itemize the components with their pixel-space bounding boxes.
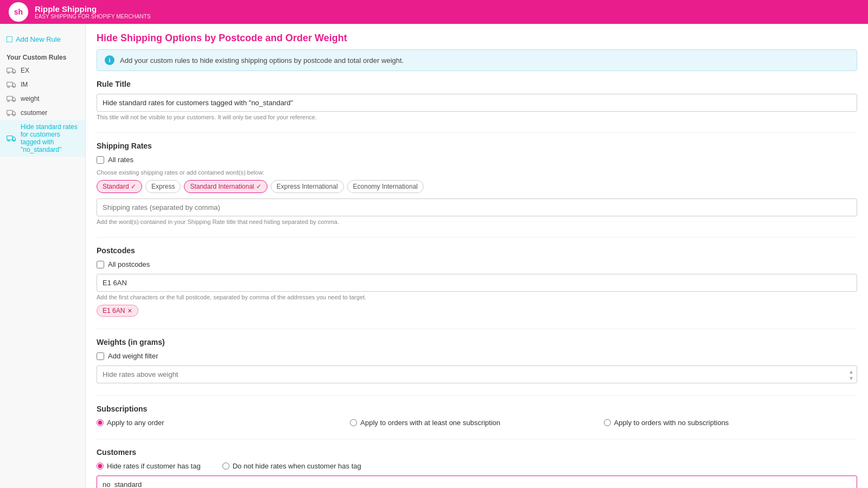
shipping-rates-label: Shipping Rates <box>97 142 857 150</box>
customer-radio-no-hide-if-tag[interactable] <box>222 463 229 470</box>
info-banner-text: Add your custom rules to hide existing s… <box>120 56 404 65</box>
subscriptions-section: Subscriptions Apply to any orderApply to… <box>97 404 857 427</box>
postcode-hint: Add the first characters or the full pos… <box>97 294 857 300</box>
subscription-option-no-subs[interactable]: Apply to orders with no subscriptions <box>604 419 841 427</box>
rate-tag-express[interactable]: Express <box>145 180 181 193</box>
weight-up-icon[interactable]: ▲ <box>848 368 854 374</box>
rate-tag-standard-intl[interactable]: Standard International ✓ <box>184 180 267 193</box>
shipping-rates-hint: Add the word(s) contained in your Shippi… <box>97 219 857 225</box>
info-banner: i Add your custom rules to hide existing… <box>97 49 857 71</box>
app-branding: Ripple Shipping EASY SHIPPING FOR SHOPIF… <box>35 4 151 20</box>
sidebar-item-label-weight: weight <box>21 95 40 102</box>
subscriptions-label: Subscriptions <box>97 404 857 413</box>
customer-option-hide-if-tag[interactable]: Hide rates if customer has tag <box>97 462 201 470</box>
sidebar: □ Add New Rule Your Custom Rules EX IM w… <box>0 24 86 488</box>
sidebar-item-hide-standard[interactable]: Hide standard rates for customers tagged… <box>0 120 85 157</box>
rule-title-label: Rule Title <box>97 80 857 88</box>
weight-filter-label: Add weight filter <box>108 352 158 360</box>
svg-rect-0 <box>7 68 13 73</box>
sidebar-item-weight[interactable]: weight <box>0 92 85 106</box>
logo-icon: sh <box>9 2 28 22</box>
svg-point-10 <box>8 114 9 116</box>
sidebar-items-container: EX IM weight csutomer Hide standard rate… <box>0 63 85 157</box>
all-rates-checkbox[interactable] <box>97 156 104 164</box>
svg-point-7 <box>8 100 9 102</box>
svg-point-8 <box>13 100 15 102</box>
subscription-option-any[interactable]: Apply to any order <box>97 419 334 427</box>
all-postcodes-row: All postcodes <box>97 260 857 268</box>
all-postcodes-checkbox[interactable] <box>97 261 104 268</box>
svg-point-1 <box>8 72 9 74</box>
all-rates-label: All rates <box>108 156 133 164</box>
sidebar-item-ex[interactable]: EX <box>0 63 85 78</box>
rate-tags-container: Standard ✓ExpressStandard International … <box>97 180 857 193</box>
postcodes-label: Postcodes <box>97 246 857 255</box>
svg-rect-6 <box>7 97 13 101</box>
svg-point-11 <box>13 114 15 116</box>
customer-option-no-hide-if-tag[interactable]: Do not hide rates when customer has tag <box>222 462 361 470</box>
svg-point-2 <box>13 72 15 74</box>
sidebar-item-label-ex: EX <box>21 67 29 74</box>
customers-label: Customers <box>97 448 857 457</box>
svg-point-14 <box>13 140 15 142</box>
customers-section: Customers Hide rates if customer has tag… <box>97 448 857 488</box>
app-subtitle: EASY SHIPPING FOR SHOPIFY MERCHANTS <box>35 14 151 20</box>
svg-point-5 <box>13 86 15 88</box>
weight-input[interactable] <box>97 365 857 383</box>
rule-title-input[interactable] <box>97 94 857 112</box>
subscription-option-at-least-one[interactable]: Apply to orders with at least one subscr… <box>350 419 587 427</box>
weights-section: Weights (in grams) Add weight filter ▲ ▼ <box>97 338 857 383</box>
remove-postcode-chip[interactable]: × <box>127 307 132 314</box>
page-header: Hide Shipping Options by Postcode and Or… <box>86 24 868 49</box>
rate-tag-express-intl[interactable]: Express International <box>271 180 344 193</box>
svg-rect-3 <box>7 82 13 87</box>
weight-down-icon[interactable]: ▼ <box>848 375 854 381</box>
weights-label: Weights (in grams) <box>97 338 857 346</box>
customers-radio-group: Hide rates if customer has tagDo not hid… <box>97 462 857 470</box>
all-rates-row: All rates <box>97 156 857 164</box>
customer-radio-hide-if-tag[interactable] <box>97 463 104 470</box>
add-new-rule-button[interactable]: □ Add New Rule <box>0 29 85 49</box>
weight-spinner[interactable]: ▲ ▼ <box>848 368 854 381</box>
main-layout: □ Add New Rule Your Custom Rules EX IM w… <box>0 24 868 488</box>
svg-rect-9 <box>7 111 13 115</box>
weight-filter-checkbox[interactable] <box>97 352 104 360</box>
main-content: Hide Shipping Options by Postcode and Or… <box>86 24 868 488</box>
shipping-rates-section: Shipping Rates All rates Choose existing… <box>97 142 857 225</box>
svg-point-13 <box>8 140 9 142</box>
rate-tag-economy-intl[interactable]: Economy International <box>347 180 424 193</box>
add-weight-filter-row: Add weight filter <box>97 352 857 360</box>
info-icon: i <box>105 55 114 65</box>
rule-title-section: Rule Title This title will not be visibl… <box>97 80 857 120</box>
svg-point-4 <box>8 86 9 88</box>
choose-hint: Choose existing shipping rates or add co… <box>97 169 857 176</box>
sidebar-item-im[interactable]: IM <box>0 78 85 92</box>
sidebar-item-csutomer[interactable]: csutomer <box>0 106 85 120</box>
plus-icon: □ <box>7 34 12 45</box>
app-name: Ripple Shipping <box>35 4 151 14</box>
shipping-rates-input[interactable] <box>97 198 857 216</box>
customer-tag-input[interactable] <box>97 476 857 488</box>
subscription-radio-at-least-one[interactable] <box>350 419 357 426</box>
postcode-input[interactable] <box>97 274 857 292</box>
weight-input-wrap: ▲ ▼ <box>97 365 857 383</box>
form-body: Rule Title This title will not be visibl… <box>86 80 868 488</box>
sidebar-section-label: Your Custom Rules <box>0 49 85 63</box>
postcode-chip: E1 6AN× <box>97 305 138 317</box>
svg-rect-12 <box>7 136 13 140</box>
all-postcodes-label: All postcodes <box>108 260 150 268</box>
sidebar-item-label-csutomer: csutomer <box>21 109 47 117</box>
subscription-radio-any[interactable] <box>97 419 104 426</box>
page-title: Hide Shipping Options by Postcode and Or… <box>97 33 857 44</box>
sidebar-item-label-im: IM <box>21 81 28 88</box>
subscription-radio-no-subs[interactable] <box>604 419 611 426</box>
postcode-chips: E1 6AN× <box>97 305 857 317</box>
rate-tag-standard[interactable]: Standard ✓ <box>97 180 142 193</box>
sidebar-item-label-hide-standard: Hide standard rates for customers tagged… <box>21 123 79 153</box>
postcodes-section: Postcodes All postcodes Add the first ch… <box>97 246 857 317</box>
subscriptions-radio-group: Apply to any orderApply to orders with a… <box>97 419 857 427</box>
top-nav: sh Ripple Shipping EASY SHIPPING FOR SHO… <box>0 0 868 24</box>
rule-title-hint: This title will not be visible to your c… <box>97 114 857 120</box>
